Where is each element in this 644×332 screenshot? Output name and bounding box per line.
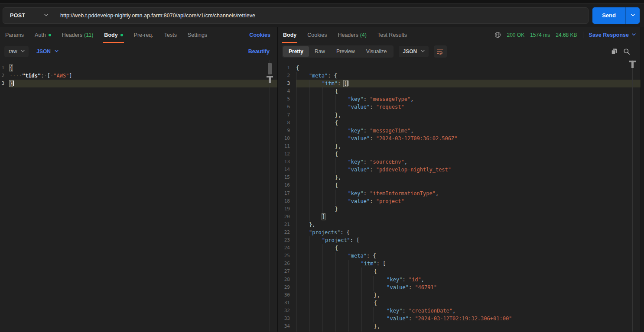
line-number: 5 (278, 95, 296, 103)
line-number: 29 (278, 284, 296, 291)
line-number: 3 (0, 80, 10, 87)
code-line: 7 }, (278, 111, 641, 119)
meta-divider (583, 32, 583, 39)
code-line: 31 { (278, 299, 641, 307)
line-number: 7 (278, 111, 296, 119)
chevron-down-icon (631, 14, 634, 17)
code-line: 15 }, (278, 174, 641, 181)
tab-headers[interactable]: Headers(11) (61, 27, 94, 43)
tab-response-cookies[interactable]: Cookies (306, 27, 328, 43)
code-line: 29 "value": "46791" (278, 284, 641, 291)
window-top-strip (0, 0, 644, 4)
line-number: 1 (278, 64, 296, 72)
send-label: Send (602, 12, 616, 19)
code-line: 30 }, (278, 291, 641, 299)
time-badge[interactable]: 1574 ms (530, 32, 550, 38)
code-line: 6 "value": "request" (278, 103, 641, 111)
tab-settings[interactable]: Settings (187, 27, 208, 43)
request-language-select[interactable]: JSON (36, 48, 58, 55)
code-line: 35 { (278, 330, 641, 332)
code-line: 34 }, (278, 322, 641, 330)
code-line: 4 { (278, 87, 641, 95)
beautify-button[interactable]: Beautify (248, 48, 270, 55)
chevron-down-icon (632, 33, 635, 37)
view-pretty[interactable]: Pretty (283, 46, 309, 57)
copy-icon[interactable] (611, 48, 618, 55)
method-select[interactable]: POST (3, 8, 54, 23)
code-line: 23 "project": [ (278, 236, 641, 244)
code-line: 13 "key": "sourceEnv", (278, 158, 641, 166)
view-preview[interactable]: Preview (331, 46, 361, 57)
tab-params[interactable]: Params (4, 27, 25, 43)
size-badge[interactable]: 24.68 KB (556, 32, 577, 38)
tab-response-headers[interactable]: Headers(4) (337, 27, 368, 43)
code-line: 8 { (278, 119, 641, 127)
wrap-lines-button[interactable] (434, 45, 447, 58)
request-editor-scrollbar[interactable] (270, 60, 270, 332)
line-number: 18 (278, 197, 296, 205)
chevron-down-icon (44, 14, 48, 17)
word-wrap-icon (437, 49, 444, 55)
postman-window: POST Send Params Auth (0, 0, 644, 332)
tab-body[interactable]: Body (103, 27, 124, 43)
response-language-select[interactable]: JSON (399, 46, 429, 57)
response-cursor-marker (629, 61, 636, 68)
tab-test-results[interactable]: Test Results (377, 27, 408, 43)
line-number: 2 (0, 72, 10, 80)
body-mode-select[interactable]: raw (4, 46, 29, 57)
line-number: 6 (278, 103, 296, 111)
code-line: 25 "meta": { (278, 252, 641, 260)
cookies-link[interactable]: Cookies (249, 27, 270, 43)
request-tabs: Params Auth Headers(11) Body Pre-req. Te… (0, 27, 277, 43)
code-line: 18 "value": "project" (278, 197, 641, 205)
code-line: 2····"tids":·[·"AWS"] (0, 72, 277, 80)
line-number: 30 (278, 291, 296, 299)
code-line: 32 "key": "creationDate", (278, 307, 641, 315)
url-input[interactable] (54, 8, 588, 23)
code-line: 17 "key": "itemInformationType", (278, 190, 641, 197)
send-button-group: Send (592, 7, 640, 24)
tab-response-body[interactable]: Body (282, 27, 297, 43)
line-number: 33 (278, 315, 296, 322)
search-icon[interactable] (623, 48, 630, 55)
request-pane: Params Auth Headers(11) Body Pre-req. Te… (0, 27, 277, 332)
code-line: 22 "projects": { (278, 229, 641, 236)
response-actions (611, 48, 630, 55)
line-number: 19 (278, 205, 296, 213)
view-visualize[interactable]: Visualize (361, 46, 393, 57)
save-response-button[interactable]: Save Response (589, 32, 635, 38)
code-line: 3} (0, 80, 277, 87)
send-button[interactable]: Send (592, 7, 625, 24)
line-number: 2 (278, 72, 296, 80)
request-cursor-marker (267, 76, 273, 84)
response-headers-count-badge: (4) (360, 32, 367, 38)
code-line: 9 "key": "messageTime", (278, 127, 641, 135)
line-number: 24 (278, 244, 296, 252)
tab-tests[interactable]: Tests (163, 27, 178, 43)
chevron-down-icon (421, 50, 424, 53)
request-scrollbar-thumb[interactable] (268, 63, 272, 74)
auth-status-dot (49, 34, 51, 36)
line-number: 16 (278, 181, 296, 189)
response-body-editor[interactable]: 1{2 "meta": {3 "itm": [4 {5 "key": "mess… (278, 60, 641, 332)
line-number: 4 (278, 87, 296, 95)
line-number: 26 (278, 260, 296, 268)
line-number: 34 (278, 322, 296, 330)
line-number: 11 (278, 142, 296, 150)
line-number: 22 (278, 229, 296, 236)
line-number: 25 (278, 252, 296, 260)
line-number: 14 (278, 166, 296, 174)
response-editor-scrollbar[interactable] (632, 60, 633, 332)
code-line: 2 "meta": { (278, 72, 641, 80)
request-url-bar: POST Send (0, 4, 644, 27)
status-badge[interactable]: 200 OK (507, 32, 524, 38)
line-number: 35 (278, 330, 296, 332)
view-raw[interactable]: Raw (309, 46, 331, 57)
send-options-button[interactable] (626, 7, 640, 24)
globe-icon[interactable] (494, 32, 501, 38)
request-body-editor[interactable]: 1{2····"tids":·[·"AWS"]3} (0, 60, 277, 332)
chevron-down-icon (21, 50, 24, 53)
tab-auth[interactable]: Auth (34, 27, 52, 43)
tab-prereq[interactable]: Pre-req. (133, 27, 154, 43)
main-split: Params Auth Headers(11) Body Pre-req. Te… (0, 27, 644, 332)
